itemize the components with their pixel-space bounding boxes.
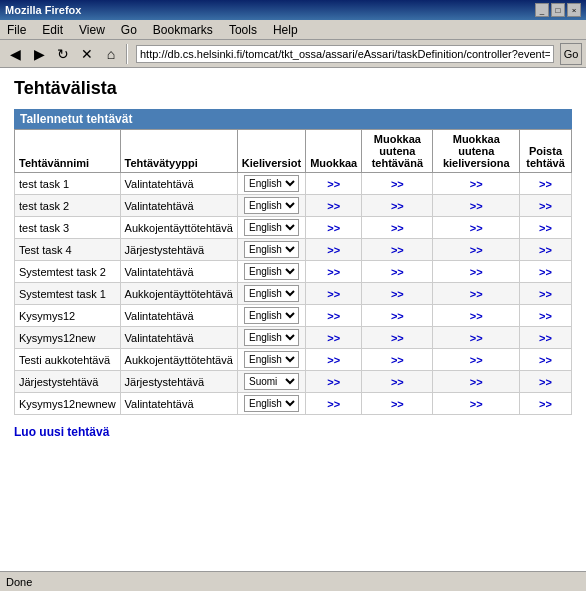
task-type: Aukkojentäyttötehtävä	[120, 349, 237, 371]
task-delete-link[interactable]: >>	[539, 266, 552, 278]
task-edit-new-version-link-cell: >>	[433, 327, 520, 349]
task-edit-link[interactable]: >>	[327, 376, 340, 388]
lang-select[interactable]: EnglishSuomi	[244, 395, 299, 412]
menu-file[interactable]: File	[4, 23, 29, 37]
task-lang-cell: EnglishSuomi	[237, 195, 305, 217]
task-edit-new-task-link[interactable]: >>	[391, 288, 404, 300]
task-edit-new-task-link[interactable]: >>	[391, 310, 404, 322]
lang-select[interactable]: EnglishSuomi	[244, 373, 299, 390]
task-edit-new-version-link-cell: >>	[433, 393, 520, 415]
table-row: Systemtest task 2ValintatehtäväEnglishSu…	[15, 261, 572, 283]
task-delete-link[interactable]: >>	[539, 332, 552, 344]
task-edit-new-task-link-cell: >>	[362, 195, 433, 217]
window-controls[interactable]: _ □ ×	[535, 3, 581, 17]
home-button[interactable]: ⌂	[100, 43, 122, 65]
menu-bookmarks[interactable]: Bookmarks	[150, 23, 216, 37]
task-lang-cell: EnglishSuomi	[237, 261, 305, 283]
task-edit-new-version-link[interactable]: >>	[470, 266, 483, 278]
task-edit-new-task-link[interactable]: >>	[391, 332, 404, 344]
task-edit-new-task-link[interactable]: >>	[391, 398, 404, 410]
task-edit-link[interactable]: >>	[327, 288, 340, 300]
task-edit-new-version-link[interactable]: >>	[470, 354, 483, 366]
task-delete-link-cell: >>	[520, 173, 572, 195]
forward-button[interactable]: ▶	[28, 43, 50, 65]
task-edit-new-version-link[interactable]: >>	[470, 244, 483, 256]
tasks-table: Tehtävännimi Tehtävätyyppi Kieliversiot …	[14, 129, 572, 415]
task-edit-new-version-link[interactable]: >>	[470, 178, 483, 190]
create-new-task-link[interactable]: Luo uusi tehtävä	[14, 425, 109, 439]
task-lang-cell: EnglishSuomi	[237, 393, 305, 415]
task-delete-link[interactable]: >>	[539, 244, 552, 256]
task-edit-link[interactable]: >>	[327, 266, 340, 278]
task-edit-new-version-link[interactable]: >>	[470, 222, 483, 234]
lang-select[interactable]: EnglishSuomi	[244, 285, 299, 302]
task-edit-link[interactable]: >>	[327, 222, 340, 234]
menu-tools[interactable]: Tools	[226, 23, 260, 37]
task-edit-link[interactable]: >>	[327, 244, 340, 256]
maximize-button[interactable]: □	[551, 3, 565, 17]
lang-select[interactable]: EnglishSuomi	[244, 197, 299, 214]
task-edit-new-task-link[interactable]: >>	[391, 244, 404, 256]
task-edit-new-version-link-cell: >>	[433, 305, 520, 327]
task-delete-link[interactable]: >>	[539, 178, 552, 190]
lang-select[interactable]: EnglishSuomi	[244, 219, 299, 236]
menu-help[interactable]: Help	[270, 23, 301, 37]
reload-button[interactable]: ↻	[52, 43, 74, 65]
table-row: test task 1ValintatehtäväEnglishSuomi>>>…	[15, 173, 572, 195]
task-edit-new-task-link[interactable]: >>	[391, 376, 404, 388]
go-button[interactable]: Go	[560, 43, 582, 65]
stop-button[interactable]: ✕	[76, 43, 98, 65]
task-delete-link[interactable]: >>	[539, 310, 552, 322]
task-edit-link[interactable]: >>	[327, 200, 340, 212]
task-edit-new-version-link[interactable]: >>	[470, 310, 483, 322]
lang-select[interactable]: EnglishSuomi	[244, 351, 299, 368]
task-edit-new-task-link[interactable]: >>	[391, 200, 404, 212]
table-row: test task 2ValintatehtäväEnglishSuomi>>>…	[15, 195, 572, 217]
task-delete-link[interactable]: >>	[539, 398, 552, 410]
task-edit-new-task-link[interactable]: >>	[391, 266, 404, 278]
task-edit-new-task-link[interactable]: >>	[391, 222, 404, 234]
lang-select[interactable]: EnglishSuomi	[244, 241, 299, 258]
task-edit-link-cell: >>	[306, 195, 362, 217]
table-row: Systemtest task 1AukkojentäyttötehtäväEn…	[15, 283, 572, 305]
task-type: Valintatehtävä	[120, 393, 237, 415]
task-edit-link[interactable]: >>	[327, 310, 340, 322]
task-edit-link-cell: >>	[306, 217, 362, 239]
task-delete-link-cell: >>	[520, 283, 572, 305]
task-delete-link[interactable]: >>	[539, 354, 552, 366]
task-edit-new-version-link[interactable]: >>	[470, 376, 483, 388]
lang-select[interactable]: EnglishSuomi	[244, 263, 299, 280]
task-delete-link[interactable]: >>	[539, 376, 552, 388]
task-edit-new-version-link[interactable]: >>	[470, 398, 483, 410]
task-name: Kysymys12newnew	[15, 393, 121, 415]
task-delete-link[interactable]: >>	[539, 288, 552, 300]
address-input[interactable]	[136, 45, 554, 63]
task-name: Test task 4	[15, 239, 121, 261]
task-lang-cell: EnglishSuomi	[237, 371, 305, 393]
task-edit-new-version-link[interactable]: >>	[470, 288, 483, 300]
task-delete-link[interactable]: >>	[539, 222, 552, 234]
task-edit-new-version-link-cell: >>	[433, 349, 520, 371]
task-edit-new-task-link[interactable]: >>	[391, 178, 404, 190]
task-edit-link[interactable]: >>	[327, 354, 340, 366]
menu-edit[interactable]: Edit	[39, 23, 66, 37]
task-name: Järjestystehtävä	[15, 371, 121, 393]
table-row: JärjestystehtäväJärjestystehtäväEnglishS…	[15, 371, 572, 393]
task-edit-new-version-link[interactable]: >>	[470, 200, 483, 212]
task-name: Systemtest task 1	[15, 283, 121, 305]
menu-go[interactable]: Go	[118, 23, 140, 37]
lang-select[interactable]: EnglishSuomi	[244, 175, 299, 192]
lang-select[interactable]: EnglishSuomi	[244, 329, 299, 346]
menu-view[interactable]: View	[76, 23, 108, 37]
task-edit-link[interactable]: >>	[327, 398, 340, 410]
toolbar: ◀ ▶ ↻ ✕ ⌂ Go	[0, 40, 586, 68]
lang-select[interactable]: EnglishSuomi	[244, 307, 299, 324]
task-edit-link[interactable]: >>	[327, 178, 340, 190]
task-edit-link[interactable]: >>	[327, 332, 340, 344]
close-button[interactable]: ×	[567, 3, 581, 17]
task-edit-new-version-link[interactable]: >>	[470, 332, 483, 344]
minimize-button[interactable]: _	[535, 3, 549, 17]
task-edit-new-task-link[interactable]: >>	[391, 354, 404, 366]
back-button[interactable]: ◀	[4, 43, 26, 65]
task-delete-link[interactable]: >>	[539, 200, 552, 212]
